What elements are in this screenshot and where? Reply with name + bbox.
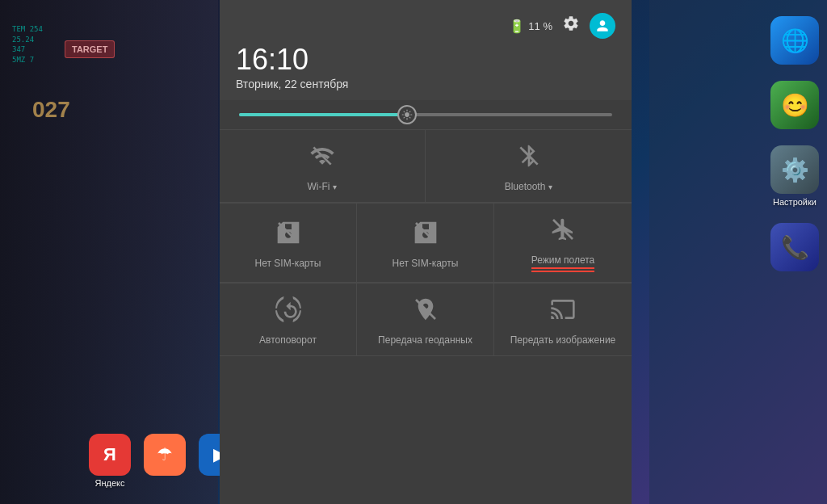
desktop-icon-globe[interactable]: 🌐 <box>770 16 819 65</box>
brightness-slider-track[interactable] <box>239 113 612 116</box>
flight-icon <box>550 216 576 248</box>
cast-toggle[interactable]: Передать изображение <box>494 284 632 356</box>
brightness-row[interactable] <box>220 100 632 129</box>
toggles-row-1: Wi-Fi ▾ Bluetooth ▾ <box>220 129 632 203</box>
header-top-row: 🔋 11 % <box>236 13 615 39</box>
time-display: 16:10 <box>236 45 615 74</box>
battery-percent: 11 % <box>528 20 552 32</box>
cast-icon <box>550 296 576 328</box>
battery-icon: 🔋 <box>509 19 525 34</box>
toggles-row-2: Нет SIM-карты Нет SIM-карты <box>220 203 632 283</box>
brightness-slider-fill <box>239 113 407 116</box>
desktop-icon-smile[interactable]: 😊 <box>770 81 819 129</box>
settings-button[interactable] <box>562 15 580 37</box>
wallpaper-left-overlay <box>0 0 218 504</box>
umbrella-icon[interactable]: ☂ <box>144 434 186 488</box>
flight-toggle[interactable]: Режим полета <box>494 204 632 283</box>
cast-label: Передать изображение <box>510 334 616 346</box>
autorotate-toggle[interactable]: Автоповорот <box>220 284 357 356</box>
hud-text: TEM 25425.243475MZ 7 <box>12 24 43 65</box>
location-toggle[interactable]: Передача геоданных <box>357 284 494 356</box>
brightness-thumb[interactable] <box>397 105 417 124</box>
hud-number: 027 <box>32 97 70 123</box>
toggles-row-3: Автоповорот Передача геоданных <box>220 283 632 356</box>
user-avatar[interactable] <box>590 13 615 39</box>
autorotate-icon <box>275 296 301 328</box>
bluetooth-label: Bluetooth ▾ <box>505 181 553 192</box>
desktop-icons-right: 🌐 😊 ⚙️ Настройки 📞 <box>770 16 819 271</box>
sim1-label: Нет SIM-карты <box>255 258 321 269</box>
desktop-icon-settings[interactable]: ⚙️ Настройки <box>770 145 819 207</box>
bluetooth-toggle[interactable]: Bluetooth ▾ <box>426 130 632 203</box>
desktop-icon-phone[interactable]: 📞 <box>770 223 819 271</box>
location-label: Передача геоданных <box>378 334 472 346</box>
yandex-icon[interactable]: Я Яндекс <box>89 434 131 488</box>
sim2-label: Нет SIM-карты <box>393 258 459 269</box>
bottom-icons: Я Яндекс ☂ ▶ <box>89 434 241 488</box>
flight-label: Режим полета <box>531 254 595 272</box>
panel-header: 🔋 11 % 16:10 Вторник, 22 сентября <box>220 0 632 100</box>
sim2-icon <box>413 220 439 251</box>
autorotate-label: Автоповорот <box>259 334 317 346</box>
target-overlay: TARGET <box>65 40 115 58</box>
location-icon <box>413 296 439 328</box>
date-display: Вторник, 22 сентября <box>236 78 615 90</box>
sim1-toggle[interactable]: Нет SIM-карты <box>220 204 357 283</box>
panel-body: Wi-Fi ▾ Bluetooth ▾ <box>220 100 632 504</box>
wifi-toggle[interactable]: Wi-Fi ▾ <box>220 130 426 203</box>
bluetooth-icon <box>516 143 542 174</box>
quick-settings-panel: 🔋 11 % 16:10 Вторник, 22 сентября <box>220 0 632 504</box>
sim2-toggle[interactable]: Нет SIM-карты <box>357 204 494 283</box>
wifi-label: Wi-Fi ▾ <box>308 181 338 192</box>
wifi-icon <box>309 143 335 174</box>
bluetooth-dropdown-arrow: ▾ <box>548 183 552 191</box>
battery-indicator: 🔋 11 % <box>509 19 552 34</box>
wifi-dropdown-arrow: ▾ <box>333 183 337 191</box>
sim1-icon <box>275 220 301 251</box>
